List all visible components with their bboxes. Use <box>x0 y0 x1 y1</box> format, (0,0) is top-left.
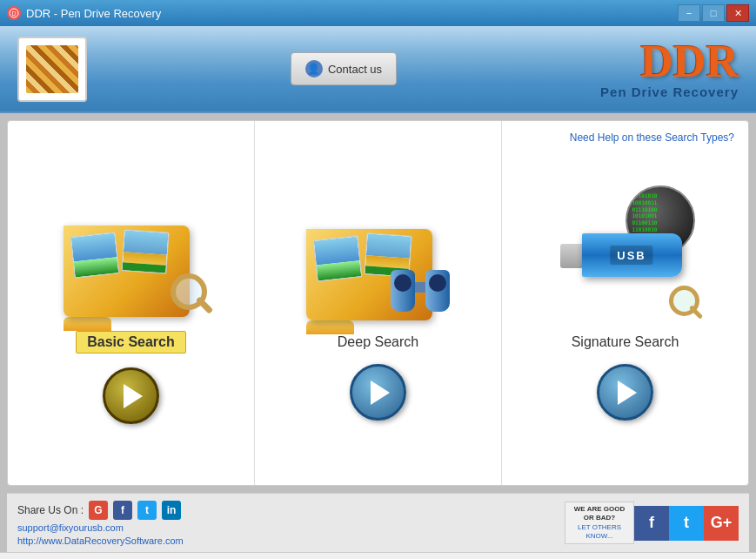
play-triangle-deep <box>371 381 390 405</box>
search-grid: Basic Search <box>8 121 748 485</box>
let-others-know: LET OTHERS KNOW... <box>570 523 629 542</box>
play-triangle-signature <box>618 381 637 405</box>
search-col-signature: 01101010 10010011 01110100 10101001 0110… <box>502 121 748 485</box>
basic-search-label: Basic Search <box>76 331 186 354</box>
linkedin-icon[interactable]: in <box>162 501 181 520</box>
logo-pattern <box>26 45 78 93</box>
widget-google-icon[interactable]: G+ <box>704 506 739 541</box>
signature-search-label: Signature Search <box>572 334 679 350</box>
widget-facebook-icon[interactable]: f <box>634 506 669 541</box>
deep-search-icon <box>302 185 454 320</box>
search-col-basic: Basic Search <box>8 121 255 485</box>
share-label: Share Us On : <box>17 504 84 516</box>
deep-search-play-button[interactable] <box>350 364 406 421</box>
magnifier-icon <box>171 273 207 310</box>
contact-icon: 👤 <box>305 60 323 77</box>
contact-button[interactable]: 👤 Contact us <box>291 52 397 85</box>
header: 👤 Contact us DDR Pen Drive Recovery <box>0 26 756 113</box>
contact-label: Contact us <box>328 63 382 76</box>
twitter-icon[interactable]: t <box>137 501 157 520</box>
good-or-bad-text: WE ARE GOOD OR BAD? <box>570 505 629 523</box>
footer: Share Us On : G f t in support@fixyourus… <box>7 493 749 552</box>
title-bar-left: D DDR - Pen Drive Recovery <box>7 6 161 20</box>
minimize-button[interactable]: − <box>678 4 700 22</box>
google-plus-icon[interactable]: G <box>89 501 108 520</box>
help-link[interactable]: Need Help on these Search Types? <box>570 131 734 144</box>
app-icon: D <box>7 6 21 20</box>
signature-search-play-button[interactable] <box>597 364 653 421</box>
basic-search-icon <box>55 182 207 317</box>
brand-subtitle: Pen Drive Recovery <box>600 84 739 99</box>
brand-ddr: DDR <box>600 39 739 84</box>
signature-search-icon: 01101010 10010011 01110100 10101001 0110… <box>543 185 708 320</box>
binoculars-icon <box>391 264 450 312</box>
deep-search-label: Deep Search <box>338 334 418 350</box>
title-bar: D DDR - Pen Drive Recovery − □ ✕ <box>0 0 756 26</box>
usb-magnifier-icon <box>669 286 699 316</box>
bottom-banner: DataRecoveryPrograms.org <box>0 552 756 559</box>
svg-text:D: D <box>11 10 16 17</box>
social-widget-label: WE ARE GOOD OR BAD? LET OTHERS KNOW... <box>565 502 634 545</box>
basic-search-play-button[interactable] <box>103 367 159 424</box>
website-link[interactable]: http://www.DataRecoverySoftware.com <box>17 535 184 546</box>
maximize-button[interactable]: □ <box>702 4 725 22</box>
social-widget: WE ARE GOOD OR BAD? LET OTHERS KNOW... f… <box>565 502 739 545</box>
window-title: DDR - Pen Drive Recovery <box>26 7 161 20</box>
search-col-deep: Deep Search <box>255 121 502 485</box>
title-controls: − □ ✕ <box>678 4 749 22</box>
header-logo <box>17 37 87 102</box>
play-triangle-basic <box>124 384 143 408</box>
header-brand: DDR Pen Drive Recovery <box>600 39 739 99</box>
footer-left: Share Us On : G f t in support@fixyourus… <box>17 501 184 546</box>
widget-twitter-icon[interactable]: t <box>669 506 704 541</box>
facebook-icon[interactable]: f <box>113 501 132 520</box>
email-link[interactable]: support@fixyourusb.com <box>17 522 184 533</box>
close-button[interactable]: ✕ <box>726 4 749 22</box>
main-content: Need Help on these Search Types? <box>7 120 749 486</box>
share-row: Share Us On : G f t in <box>17 501 184 520</box>
